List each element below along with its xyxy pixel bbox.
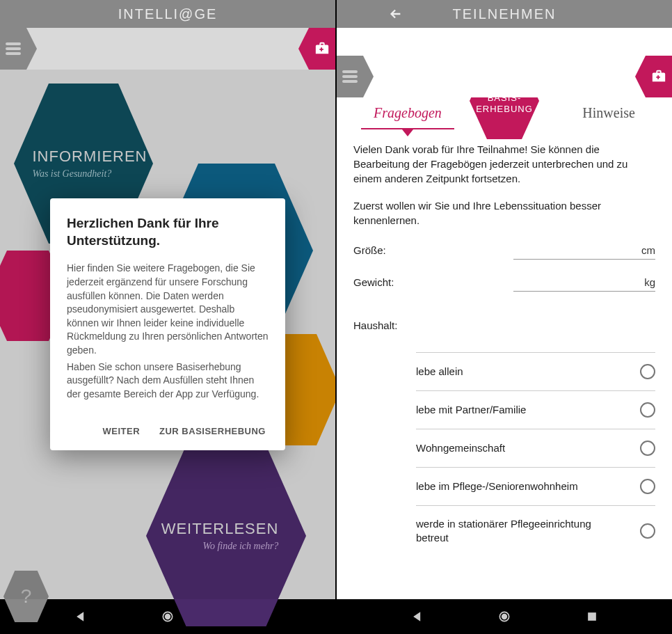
haushalt-options: lebe allein lebe mit Partner/Familie Woh… bbox=[353, 352, 655, 555]
option-stationaer[interactable]: werde in stationärer Pflegeeinrichtung b… bbox=[416, 506, 655, 555]
option-label: lebe im Pflege-/Seniorenwohnheim bbox=[416, 480, 578, 493]
hex-menu-area: INFORMIEREN Was ist Gesundheit? WEITERLE… bbox=[0, 70, 335, 599]
dialog-title: Herzlichen Dank für Ihre Unterstützung. bbox=[67, 215, 269, 249]
radio-icon bbox=[640, 523, 655, 539]
groesse-unit: cm bbox=[641, 244, 655, 256]
arrow-left-icon bbox=[388, 6, 403, 22]
header-bar: TEILNEHMEN bbox=[337, 0, 672, 28]
circle-home-icon bbox=[161, 610, 175, 624]
svg-point-1 bbox=[165, 614, 170, 619]
intro-text-2: Zuerst wollen wir Sie und Ihre Lebenssit… bbox=[353, 198, 655, 228]
svg-point-4 bbox=[502, 614, 507, 619]
page-title: TEILNEHMEN bbox=[453, 6, 557, 22]
haushalt-label: Haushalt: bbox=[353, 319, 655, 331]
medkit-button[interactable] bbox=[646, 56, 672, 97]
tab-fragebogen[interactable]: Fragebogen bbox=[367, 102, 449, 124]
dialog-continue-button[interactable]: WEITER bbox=[99, 422, 143, 441]
nav-home-button[interactable] bbox=[161, 610, 175, 624]
radio-icon bbox=[640, 364, 655, 379]
nav-back-button[interactable] bbox=[74, 610, 88, 624]
menu-button[interactable] bbox=[337, 56, 363, 97]
option-label: lebe allein bbox=[416, 365, 463, 379]
hex-weiterlesen-title: WEITERLESEN bbox=[161, 520, 279, 538]
square-recent-icon bbox=[585, 610, 599, 624]
sub-toolbar bbox=[337, 56, 672, 97]
gewicht-unit: kg bbox=[644, 276, 655, 288]
thankyou-dialog: Herzlichen Dank für Ihre Unterstützung. … bbox=[50, 198, 285, 450]
medkit-button[interactable] bbox=[309, 28, 335, 70]
screen-teilnehmen: TEILNEHMEN BASIS- ERHEBUNG Fragebogen Hi… bbox=[337, 0, 672, 634]
field-groesse[interactable]: Größe: cm bbox=[353, 244, 655, 256]
groesse-input-underline bbox=[513, 259, 655, 260]
field-gewicht[interactable]: Gewicht: kg bbox=[353, 276, 655, 288]
hex-informieren-sub: Was ist Gesundheit? bbox=[33, 168, 112, 180]
hex-weiterlesen-sub: Wo finde ich mehr? bbox=[203, 541, 279, 552]
gewicht-input-underline bbox=[513, 291, 655, 292]
hex-informieren-title: INFORMIEREN bbox=[33, 148, 147, 166]
medkit-icon bbox=[651, 69, 666, 84]
option-partner-familie[interactable]: lebe mit Partner/Familie bbox=[416, 391, 655, 429]
option-label: Wohngemeinschaft bbox=[416, 441, 505, 455]
dialog-basis-button[interactable]: ZUR BASISERHEBUNG bbox=[157, 422, 269, 441]
nav-recent-button[interactable] bbox=[585, 610, 599, 624]
tab-hinweise[interactable]: Hinweise bbox=[575, 102, 642, 124]
triangle-back-icon bbox=[74, 610, 88, 624]
gewicht-label: Gewicht: bbox=[353, 276, 394, 288]
hamburger-icon bbox=[6, 42, 21, 55]
svg-rect-5 bbox=[588, 612, 596, 621]
option-label: werde in stationärer Pflegeeinrichtung b… bbox=[416, 517, 597, 544]
screen-home: INTELLI@GE INFORMIEREN Was ist Gesundhei… bbox=[0, 0, 335, 634]
android-nav-bar bbox=[337, 599, 672, 634]
dialog-p1: Hier finden Sie weitere Fragebogen, die … bbox=[67, 262, 269, 357]
circle-home-icon bbox=[497, 610, 511, 624]
menu-button[interactable] bbox=[0, 28, 26, 70]
header-bar: INTELLI@GE bbox=[0, 0, 335, 28]
option-wg[interactable]: Wohngemeinschaft bbox=[416, 429, 655, 468]
nav-back-button[interactable] bbox=[410, 610, 424, 624]
triangle-back-icon bbox=[410, 610, 424, 624]
sub-toolbar bbox=[0, 28, 335, 70]
badge-line2: ERHEBUNG bbox=[476, 104, 533, 115]
option-label: lebe mit Partner/Familie bbox=[416, 403, 526, 417]
app-title: INTELLI@GE bbox=[118, 6, 218, 22]
nav-home-button[interactable] bbox=[497, 610, 511, 624]
option-lebe-allein[interactable]: lebe allein bbox=[416, 352, 655, 391]
hamburger-icon bbox=[342, 70, 358, 83]
medkit-icon bbox=[314, 41, 330, 56]
intro-text-1: Vielen Dank vorab für Ihre Teilnahme! Si… bbox=[353, 142, 655, 186]
option-pflegewohnheim[interactable]: lebe im Pflege-/Seniorenwohnheim bbox=[416, 468, 655, 506]
groesse-label: Größe: bbox=[353, 244, 386, 256]
android-nav-bar bbox=[0, 599, 335, 634]
radio-icon bbox=[640, 441, 655, 456]
back-button[interactable] bbox=[385, 0, 406, 28]
help-icon: ? bbox=[21, 585, 32, 608]
radio-icon bbox=[640, 479, 655, 494]
form-body: Vielen Dank vorab für Ihre Teilnahme! Si… bbox=[337, 132, 672, 599]
dialog-p2: Haben Sie schon unsere Basiserhebung aus… bbox=[67, 360, 269, 402]
radio-icon bbox=[640, 402, 655, 418]
